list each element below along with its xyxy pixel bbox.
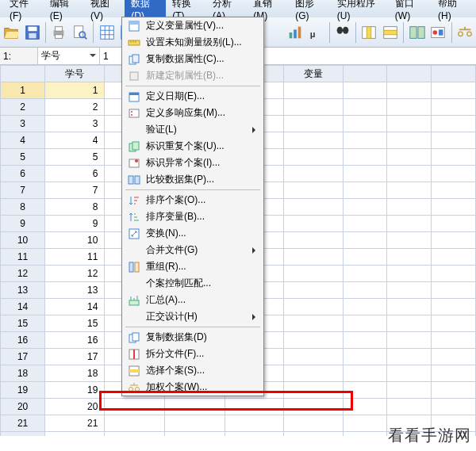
cell[interactable] (432, 365, 476, 382)
insert-var-button[interactable] (359, 21, 379, 44)
cell[interactable] (343, 116, 387, 132)
menu-item-split[interactable]: 拆分文件(F)... (122, 346, 263, 362)
menu-10[interactable]: 帮助(H) (432, 0, 473, 23)
cell[interactable]: 21 (45, 415, 105, 432)
menu-item-weight[interactable]: 加权个案(W)... (122, 379, 263, 396)
stats-button[interactable]: μ (306, 21, 326, 44)
menu-item-aggregate[interactable]: 汇总(A)... (122, 292, 263, 308)
cell[interactable] (432, 199, 476, 216)
cell[interactable] (387, 315, 432, 332)
cell[interactable] (343, 132, 387, 149)
cell[interactable] (387, 166, 432, 182)
menu-item-dup-case[interactable]: 标识重复个案(U)... (122, 138, 263, 155)
cell[interactable]: 7 (45, 182, 105, 199)
menu-item-sort-var[interactable]: 排序变量(B)... (122, 208, 263, 225)
cell[interactable] (432, 399, 476, 415)
cell[interactable] (343, 82, 387, 99)
row-header[interactable]: 19 (1, 382, 45, 399)
cell[interactable] (387, 99, 432, 116)
cell[interactable] (343, 399, 387, 415)
cell[interactable] (343, 315, 387, 332)
menu-item-19[interactable]: 正交设计(H) (122, 308, 263, 325)
cell[interactable] (225, 399, 283, 415)
menu-item-copy-props[interactable]: 复制数据属性(C)... (122, 51, 263, 67)
save-button[interactable] (23, 21, 43, 44)
cell[interactable] (343, 149, 387, 166)
menu-2[interactable]: 视图(V) (84, 0, 125, 23)
cell[interactable] (432, 332, 476, 349)
menu-8[interactable]: 实用程序(U) (331, 0, 389, 23)
row-header[interactable]: 10 (1, 232, 45, 249)
cell[interactable] (432, 282, 476, 299)
menu-item-compare[interactable]: 比较数据集(P)... (122, 171, 263, 188)
cell[interactable] (432, 116, 476, 132)
row-header[interactable]: 11 (1, 249, 45, 266)
cell[interactable] (387, 82, 432, 99)
corner-cell[interactable] (1, 66, 45, 82)
cell[interactable] (164, 399, 225, 415)
column-header-named[interactable]: 学号 (45, 66, 105, 82)
cell[interactable] (343, 99, 387, 116)
row-header[interactable]: 18 (1, 365, 45, 382)
cell[interactable] (432, 182, 476, 199)
cell[interactable] (284, 415, 343, 432)
cell[interactable] (225, 415, 283, 432)
cell[interactable]: 10 (45, 232, 105, 249)
cell[interactable] (343, 232, 387, 249)
cell[interactable] (432, 82, 476, 99)
menu-item-select[interactable]: 选择个案(S)... (122, 362, 263, 379)
cell[interactable] (105, 399, 164, 415)
cell[interactable] (284, 216, 343, 232)
preview-button[interactable] (71, 21, 90, 44)
cell[interactable] (387, 399, 432, 415)
cell[interactable] (284, 232, 343, 249)
cell[interactable]: 5 (45, 149, 105, 166)
cell[interactable] (343, 216, 387, 232)
menu-9[interactable]: 窗口(W) (389, 0, 432, 23)
cell[interactable] (284, 199, 343, 216)
cell[interactable] (387, 216, 432, 232)
cell[interactable] (387, 132, 432, 149)
cell[interactable] (343, 282, 387, 299)
row-header[interactable]: 13 (1, 282, 45, 299)
menu-1[interactable]: 编辑(E) (44, 0, 84, 23)
cell[interactable]: 9 (45, 216, 105, 232)
menu-item-15[interactable]: 合并文件(G) (122, 242, 263, 258)
cell[interactable] (387, 382, 432, 399)
row-header[interactable]: 4 (1, 132, 45, 149)
row-header[interactable]: 5 (1, 149, 45, 166)
cell[interactable]: 17 (45, 349, 105, 365)
cell[interactable]: 6 (45, 166, 105, 182)
menu-item-var-props[interactable]: 定义变量属性(V)... (122, 17, 263, 34)
row-header[interactable]: 7 (1, 182, 45, 199)
menu-item-outlier[interactable]: 标识异常个案(I)... (122, 155, 263, 171)
find-button[interactable] (333, 21, 353, 44)
cell[interactable]: 20 (45, 399, 105, 415)
cell[interactable] (432, 299, 476, 315)
cell[interactable] (284, 315, 343, 332)
cell[interactable] (284, 382, 343, 399)
cell[interactable] (432, 132, 476, 149)
cell[interactable] (432, 266, 476, 282)
menu-item-7[interactable]: 验证(L) (122, 121, 263, 138)
row-header[interactable]: 21 (1, 415, 45, 432)
cell[interactable]: 2 (45, 99, 105, 116)
menu-7[interactable]: 图形(G) (289, 0, 330, 23)
cell[interactable] (387, 266, 432, 282)
cell[interactable] (432, 382, 476, 399)
cell[interactable] (387, 282, 432, 299)
cell[interactable] (387, 232, 432, 249)
cell[interactable] (284, 249, 343, 266)
cell[interactable] (432, 249, 476, 266)
weight-button[interactable] (455, 21, 474, 44)
cell[interactable] (343, 166, 387, 182)
row-header[interactable]: 20 (1, 399, 45, 415)
cell[interactable] (284, 99, 343, 116)
cell[interactable] (284, 365, 343, 382)
row-header[interactable]: 15 (1, 315, 45, 332)
cell[interactable] (343, 299, 387, 315)
cell[interactable] (284, 116, 343, 132)
cell[interactable] (284, 332, 343, 349)
chart-button[interactable] (286, 21, 305, 44)
open-button[interactable] (2, 21, 21, 44)
